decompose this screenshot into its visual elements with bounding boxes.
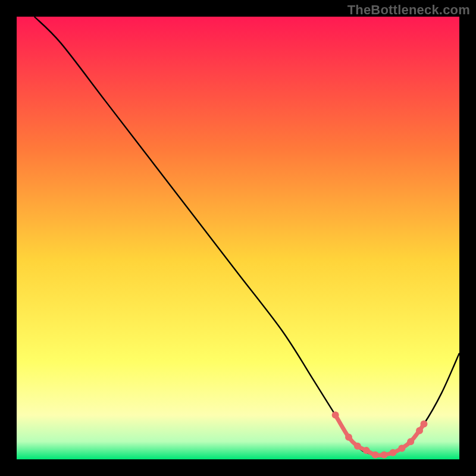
- chart-svg: [0, 0, 476, 476]
- optimal-point: [407, 438, 414, 445]
- optimal-point: [363, 447, 370, 454]
- optimal-point: [398, 444, 405, 452]
- optimal-point: [420, 420, 427, 427]
- optimal-point: [345, 434, 352, 441]
- optimal-point: [372, 452, 379, 459]
- optimal-point: [416, 427, 423, 434]
- optimal-point: [381, 452, 388, 459]
- plot-area: [17, 17, 459, 459]
- watermark-text: TheBottleneck.com: [347, 2, 470, 18]
- optimal-point: [332, 412, 339, 419]
- optimal-point: [389, 449, 396, 456]
- optimal-point: [354, 443, 361, 450]
- chart-frame: { "watermark": "TheBottleneck.com", "col…: [0, 0, 476, 476]
